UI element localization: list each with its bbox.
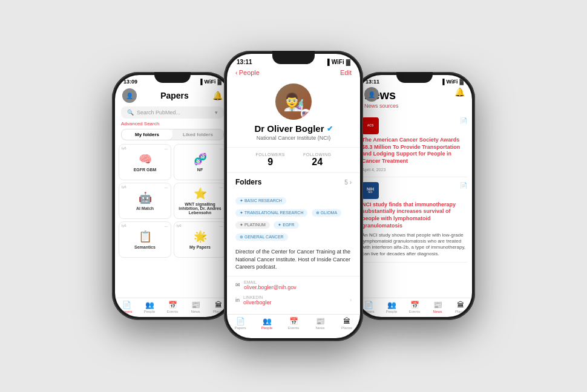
following-stat: FOLLOWING 24 <box>303 152 332 168</box>
grid-cell-egfr[interactable]: ly6 ··· 🧠 EGFR GBM <box>119 144 171 180</box>
contact-section: ✉ EMAIL oliver.bogler@nih.gov in LINKEDI… <box>227 276 360 314</box>
cell-dots-6[interactable]: ··· <box>219 224 223 229</box>
papers-nav-icon-c: 📄 <box>236 317 245 325</box>
verified-icon: ✔ <box>327 125 333 133</box>
phone-right: 13:11 ▐ WiFi ▓ 👤 🔔 News News sources <box>354 72 475 320</box>
battery-icon-r: ▓ <box>459 79 464 85</box>
profile-org: National Cancer Institute (NCI) <box>257 135 331 141</box>
grid-cell-mypapers[interactable]: ly6 ··· 🌟 My Papers <box>174 221 226 258</box>
folders-count[interactable]: 5 › <box>344 179 352 186</box>
places-nav-label-c: Places <box>341 326 352 330</box>
grid-cell-wnt[interactable]: ··· ⭐ WNT signalling inhibition, Dr. And… <box>174 183 226 219</box>
advanced-search-link[interactable]: Advanced Search <box>115 121 230 129</box>
news-item-2[interactable]: NIH NCI 📄 NCI study finds that immunothe… <box>362 177 467 263</box>
bell-icon-left[interactable]: 🔔 <box>212 91 223 100</box>
tag-general-cancer[interactable]: ⊕ GENERAL CANCER <box>235 234 288 241</box>
linkedin-contact[interactable]: in LINKEDIN oliverbogler › <box>235 295 352 305</box>
followers-stat: FOLLOWERS 9 <box>256 152 285 168</box>
search-icon: 🔍 <box>127 109 134 116</box>
cell-dots-3[interactable]: ··· <box>164 185 168 191</box>
grid-row-3: ly6 ··· 📋 Semantics ly6 ··· 🌟 My Papers <box>119 221 226 258</box>
cell-dots-2[interactable]: ··· <box>219 146 223 152</box>
tag-platinum[interactable]: ✦ PLATINUM <box>235 221 270 229</box>
grid-cell-semantics[interactable]: ly6 ··· 📋 Semantics <box>119 221 171 258</box>
news-nav-icon-c: 📰 <box>316 317 325 325</box>
status-icons-right: ▐ WiFi ▓ <box>441 79 464 85</box>
grid-cell-nf[interactable]: ··· 🧬 NF <box>174 144 226 180</box>
wifi-icon-r: WiFi <box>447 79 458 85</box>
screen-right: 👤 🔔 News News sources <box>357 86 472 317</box>
news-item-top-2: NIH NCI 📄 <box>362 182 467 199</box>
time-center: 13:11 <box>237 59 252 65</box>
stats-row: FOLLOWERS 9 FOLLOWING 24 <box>227 147 360 173</box>
notch-right <box>396 72 433 83</box>
grid-cell-ai[interactable]: ly6 ··· 🤖 AI Match <box>119 183 171 219</box>
back-button[interactable]: ‹ People <box>235 69 260 76</box>
tag-translational[interactable]: ✦ TRANSLATIONAL RESEARCH <box>235 209 307 217</box>
papers-header: 👤 Papers 🔔 <box>115 86 230 106</box>
nav-events-left[interactable]: 📅 Events <box>161 301 184 313</box>
folders-toggle: My folders Liked folders <box>121 129 224 140</box>
nav-events-center[interactable]: 📅 Events <box>280 317 307 330</box>
avatar-right[interactable]: 👤 <box>364 87 379 102</box>
nav-places-center[interactable]: 🏛 Places <box>333 317 360 330</box>
papers-grid: ly6 ··· 🧠 EGFR GBM ··· 🧬 NF <box>115 144 230 298</box>
battery-icon: ▓ <box>217 79 221 85</box>
acs-logo: ACS <box>362 117 379 134</box>
tag-egfr[interactable]: ✦ EGFR <box>274 221 298 229</box>
nav-people-left[interactable]: 👥 People <box>138 301 161 313</box>
nav-people-right[interactable]: 👥 People <box>380 301 403 313</box>
linkedin-value: oliverbogler <box>243 299 272 305</box>
nav-news-center[interactable]: 📰 News <box>307 317 333 330</box>
tag-glioma[interactable]: ⊕ GLIOMA <box>312 209 341 217</box>
news-list: ACS 📄 The American Cancer Society Awards… <box>357 113 472 298</box>
nav-people-center[interactable]: 👥 People <box>254 317 280 330</box>
search-bar[interactable]: 🔍 Search PubMed... ▾ <box>121 106 224 119</box>
places-nav-icon-r: 🏛 <box>457 301 464 309</box>
cell-dots-4[interactable]: ··· <box>219 185 223 191</box>
news-header-area: 👤 🔔 News News sources <box>357 86 472 113</box>
flag-badge: 🇺🇸 <box>301 109 310 119</box>
nav-news-left[interactable]: 📰 News <box>184 301 207 313</box>
time-left: 13:09 <box>123 79 137 85</box>
nav-places-right[interactable]: 🏛 Places <box>449 301 472 313</box>
events-nav-label-l: Events <box>167 310 178 313</box>
cell-tag-5: ly6 <box>122 224 126 227</box>
email-contact: ✉ EMAIL oliver.bogler@nih.gov <box>235 280 352 290</box>
papers-nav-label-c: Papers <box>234 326 246 330</box>
followers-label: FOLLOWERS <box>256 152 285 157</box>
semantics-label: Semantics <box>134 245 156 249</box>
papers-nav-icon: 📄 <box>122 301 131 309</box>
news-item-top-1: ACS 📄 <box>362 117 467 134</box>
nav-news-right[interactable]: 📰 News <box>426 301 449 313</box>
nav-papers-left[interactable]: 📄 Papers <box>115 301 138 313</box>
news-nav-label-c: News <box>315 326 324 330</box>
doc-icon-2: 📄 <box>460 182 467 189</box>
cell-dots-1[interactable]: ··· <box>164 146 168 152</box>
events-nav-icon-r: 📅 <box>410 301 419 309</box>
avatar-left[interactable]: 👤 <box>122 88 137 103</box>
profile-section: 👨‍🔬 🇺🇸 Dr Oliver Bogler ✔ National Cance… <box>227 80 360 147</box>
edit-button[interactable]: Edit <box>340 69 352 76</box>
nav-papers-center[interactable]: 📄 Papers <box>227 317 254 330</box>
news-item-1[interactable]: ACS 📄 The American Cancer Society Awards… <box>362 113 467 177</box>
papers-nav-icon-r: 📄 <box>364 301 373 309</box>
events-nav-label-r: Events <box>409 310 420 313</box>
news-sources-label[interactable]: News sources <box>364 103 465 109</box>
places-nav-icon-l: 🏛 <box>215 301 222 309</box>
bottom-nav-right: 📄 Papers 👥 People 📅 Events 📰 News <box>357 298 472 317</box>
battery-icon-c: ▓ <box>346 59 350 65</box>
bell-icon-right[interactable]: 🔔 <box>454 87 465 97</box>
tag-basic-research[interactable]: ✦ BASIC RESEARCH <box>235 197 286 204</box>
mypapers-label: My Papers <box>189 245 211 249</box>
my-folders-tab[interactable]: My folders <box>122 129 172 140</box>
email-value[interactable]: oliver.bogler@nih.gov <box>244 284 297 290</box>
egfr-label: EGFR GBM <box>134 168 157 172</box>
cell-dots-5[interactable]: ··· <box>164 224 168 229</box>
egfr-icon: 🧠 <box>139 152 152 166</box>
liked-folders-tab[interactable]: Liked folders <box>172 129 223 140</box>
news-title: News <box>364 88 465 102</box>
profile-name-text: Dr Oliver Bogler <box>254 123 324 134</box>
nav-events-right[interactable]: 📅 Events <box>403 301 426 313</box>
phone-left: 13:09 ▐ WiFi ▓ 👤 Papers 🔔 🔍 Sea <box>112 72 233 320</box>
